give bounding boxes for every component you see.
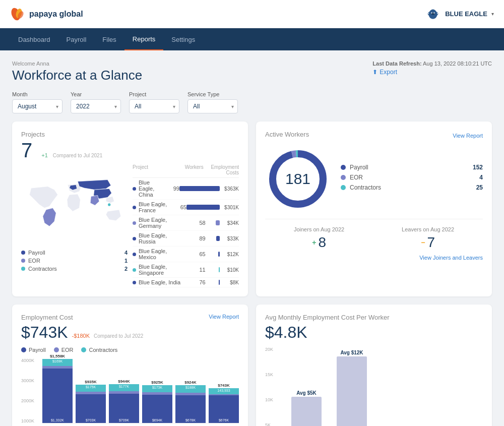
wl-contractors: Contractors 25 <box>341 184 483 191</box>
map-svg <box>21 164 128 245</box>
bar-payroll: $676K <box>209 395 239 423</box>
svg-point-3 <box>431 12 432 13</box>
svg-point-5 <box>108 203 110 206</box>
company-chevron-icon[interactable]: ▾ <box>491 11 494 17</box>
leavers-value: − 7 <box>402 234 454 251</box>
projects-table-row: Blue Eagle, France 65 $301K <box>133 200 239 215</box>
projects-header: 7 +1 Compared to Jul 2021 <box>21 140 239 160</box>
project-label: Project <box>129 91 179 97</box>
bar-total-label: $925K <box>151 380 163 385</box>
eor-dot <box>21 259 25 263</box>
papaya-logo-icon <box>10 6 26 22</box>
cost-legend: Payroll EOR Contractors <box>21 347 239 353</box>
avg-y-5k: 5K <box>265 422 273 426</box>
row-dot <box>133 221 136 225</box>
joiners-value: + 8 <box>294 234 344 251</box>
service-filter: Service Type All <box>187 91 238 113</box>
wl-eor-label: EOR <box>350 174 475 181</box>
export-icon: ⬆ <box>372 69 377 76</box>
bar-contractors: $177K <box>109 384 139 391</box>
row-cost: $12K <box>222 252 239 257</box>
bar-contractors: 143,933 <box>209 388 239 394</box>
wl-payroll-label: Payroll <box>350 164 469 171</box>
cost-title: Employment Cost <box>21 314 143 321</box>
bar-stack: 143,933 $676K <box>209 388 239 423</box>
cl-contractors-label: Contractors <box>89 347 117 353</box>
service-select[interactable]: All <box>187 99 238 113</box>
row-bar <box>179 186 220 191</box>
row-cost: $33K <box>222 236 239 241</box>
logo-text: papaya global <box>29 10 83 19</box>
eagle-icon <box>425 6 441 22</box>
row-name: Blue Eagle, Mexico <box>139 248 183 260</box>
avg-amount: $4.8K <box>265 323 483 342</box>
bar-stack: $175K $703K <box>76 385 106 423</box>
row-dot <box>133 281 136 284</box>
nav-dashboard[interactable]: Dashboard <box>10 28 58 50</box>
cost-card-header: Employment Cost $743K -$180K Compared to… <box>21 314 239 342</box>
cost-view-report[interactable]: View Report <box>209 314 239 320</box>
projects-content: Payroll 4 EOR 1 Contractors 2 <box>21 164 239 287</box>
bar-total-label: $924K <box>184 380 197 385</box>
bar-contractors: $169K <box>42 359 73 366</box>
row-cost-wrap: $363K <box>179 186 239 192</box>
projects-table-row: Blue Eagle, Germany 58 $34K <box>133 215 239 231</box>
project-select[interactable]: All <box>129 99 179 113</box>
pay-label: $678K <box>185 418 196 422</box>
avg-y-15k: 15K <box>265 372 273 377</box>
cards-grid: Projects 7 +1 Compared to Jul 2021 <box>12 121 492 426</box>
nav-files[interactable]: Files <box>94 28 124 50</box>
projects-table-row: Blue Eagle, Russia 89 $33K <box>133 231 239 247</box>
avg-bar-payroll: Avg $5K <box>291 390 322 426</box>
avg-cost-card: Avg Monthly Employment Cost Per Worker $… <box>256 305 492 426</box>
refresh-label: Last Data Refresh: <box>372 60 421 67</box>
projects-table: Project Workers Employment Costs Blue Ea… <box>133 164 239 287</box>
bar-payroll: $703K <box>76 394 106 423</box>
workers-main: 181 Payroll 152 EOR 4 <box>265 146 483 212</box>
workers-card-header: Active Workers View Report <box>265 131 483 140</box>
wl-payroll-count: 152 <box>473 164 483 171</box>
legend-payroll: Payroll 4 <box>21 250 128 256</box>
nav-reports[interactable]: Reports <box>124 28 164 50</box>
row-cost-wrap: $12K <box>206 252 239 257</box>
wl-contractors-count: 25 <box>476 184 483 191</box>
month-select[interactable]: August <box>12 99 62 113</box>
row-bar <box>218 252 220 257</box>
service-select-wrapper: All <box>187 99 238 113</box>
joiners-label: Joiners on Aug 2022 <box>294 226 344 232</box>
projects-title: Projects <box>21 131 239 138</box>
bar-payroll: $709K <box>109 394 139 423</box>
row-cost: $363K <box>222 186 239 192</box>
row-dot <box>133 206 136 209</box>
pay-label: $709K <box>119 418 129 422</box>
con-label: $175K <box>86 385 96 389</box>
page-title: Workforce at a Glance <box>12 68 142 83</box>
view-joiners-leavers-link[interactable]: View Joiners and Leavers <box>265 255 483 261</box>
export-button[interactable]: ⬆ Export <box>372 69 492 76</box>
year-select[interactable]: 2022 <box>71 99 121 113</box>
svg-point-4 <box>433 12 434 13</box>
row-name: Blue Eagle, Singapore <box>139 264 183 276</box>
bar-contractors: $175K <box>76 385 106 392</box>
avg-eor-bar <box>337 356 367 426</box>
cost-bar-group: $944K $177K $709K <box>109 379 139 423</box>
avg-y-10k: 10K <box>265 397 273 402</box>
avg-bar-chart: 20K 15K 10K 5K Avg $5K Avg $12K Payroll … <box>265 347 483 426</box>
pay-label: $694K <box>152 418 162 422</box>
contractors-legend-count: 2 <box>124 266 128 272</box>
leavers-section: Leavers on Aug 2022 − 7 <box>402 226 454 251</box>
employment-cost-card: Employment Cost $743K -$180K Compared to… <box>12 305 248 426</box>
nav-payroll[interactable]: Payroll <box>58 28 95 50</box>
joiners-count: 8 <box>318 234 326 251</box>
cl-payroll-label: Payroll <box>29 347 46 353</box>
leavers-label: Leavers on Aug 2022 <box>402 226 454 232</box>
wl-payroll-dot <box>341 165 346 170</box>
project-select-wrapper: All <box>129 99 179 113</box>
nav-settings[interactable]: Settings <box>163 28 203 50</box>
con-label: $169K <box>52 359 62 363</box>
wl-eor-dot <box>341 175 346 180</box>
row-name: Blue Eagle, Germany <box>139 217 183 229</box>
workers-view-report[interactable]: View Report <box>453 133 483 139</box>
con-label: 143,933 <box>217 389 230 392</box>
company-badge[interactable]: BLUE EAGLE ▾ <box>425 6 494 22</box>
